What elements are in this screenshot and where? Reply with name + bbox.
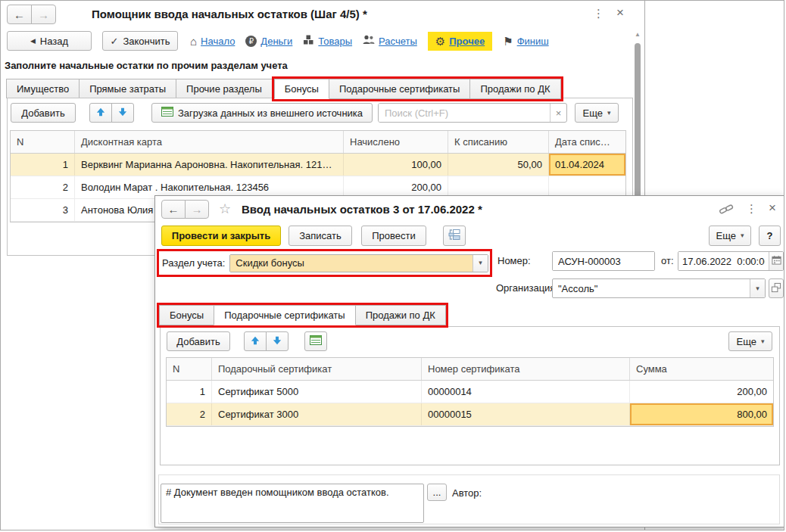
table-import-icon: [161, 106, 173, 120]
col-write-off-date[interactable]: Дата спис…: [549, 131, 625, 153]
register-records-icon: [448, 229, 460, 243]
col-sum[interactable]: Сумма: [630, 358, 773, 380]
cell-n: 3: [11, 199, 75, 221]
more-actions-button[interactable]: Еще ▾: [575, 103, 619, 123]
move-up-button[interactable]: [89, 103, 112, 123]
col-n[interactable]: N: [167, 358, 212, 380]
col-card[interactable]: Дисконтная карта: [75, 131, 344, 153]
move-row-group: [89, 103, 134, 123]
back-button[interactable]: ◀ Назад: [7, 31, 92, 51]
tab-bonuses[interactable]: Бонусы: [274, 79, 329, 99]
add-row-button[interactable]: Добавить: [11, 103, 76, 123]
nav-link-finish[interactable]: Финиш: [517, 36, 549, 47]
history-back-button[interactable]: ←: [161, 200, 186, 219]
back-arrow-icon: ←: [168, 203, 179, 216]
tab-gift-certificates[interactable]: Подарочные сертификаты: [329, 79, 470, 99]
save-button[interactable]: Записать: [289, 226, 352, 246]
cell-certificate: Сертификат 5000: [212, 381, 422, 403]
tab-sales-by-card[interactable]: Продажи по ДК: [469, 79, 560, 99]
cell-n: 1: [167, 381, 212, 403]
nav-item-finish[interactable]: ⚑ Финиш: [503, 36, 548, 47]
section-combobox[interactable]: Скидки бонусы ▾: [229, 254, 488, 272]
table-row[interactable]: 1 Верквинг Марианна Аароновна. Накопител…: [11, 154, 625, 176]
favorite-star-icon[interactable]: ☆: [219, 201, 231, 217]
date-input[interactable]: [678, 252, 769, 270]
nav-item-start[interactable]: ⌂ Начало: [190, 36, 235, 47]
help-label: ?: [767, 230, 773, 241]
comment-expand-button[interactable]: ...: [427, 484, 447, 501]
section-field-label: Раздел учета:: [162, 257, 225, 269]
add-row-button[interactable]: Добавить: [167, 331, 230, 351]
tab-label: Прочие разделы: [186, 83, 262, 95]
help-button[interactable]: ?: [759, 226, 781, 246]
tab-gift-certificates[interactable]: Подарочные сертификаты: [214, 305, 355, 325]
nav-link-money[interactable]: Деньги: [260, 36, 292, 47]
number-field[interactable]: [552, 251, 655, 271]
history-forward-button[interactable]: →: [31, 5, 56, 24]
col-n[interactable]: N: [11, 131, 75, 153]
document-movements-button[interactable]: [443, 226, 466, 246]
tab-sales-by-card[interactable]: Продажи по ДК: [355, 305, 446, 325]
calendar-icon: [772, 255, 781, 267]
organization-value: "Ассоль": [553, 279, 750, 297]
history-forward-button[interactable]: →: [185, 200, 209, 219]
tab-label: Бонусы: [170, 310, 204, 321]
move-down-button[interactable]: [111, 103, 134, 123]
section-dropdown-button[interactable]: ▾: [473, 255, 488, 272]
nav-link-goods[interactable]: Товары: [318, 36, 352, 47]
col-to-write-off[interactable]: К списанию: [448, 131, 549, 153]
load-external-data-button[interactable]: [304, 331, 327, 351]
chevron-down-icon: ▾: [607, 110, 611, 117]
more-icon[interactable]: ⋮: [746, 202, 757, 216]
nav-item-other[interactable]: ⚙ Прочее: [428, 32, 492, 51]
cell-write-off-date-selected[interactable]: 01.04.2024: [549, 154, 625, 176]
organization-combobox[interactable]: "Ассоль" ▾: [552, 278, 766, 298]
forward-arrow-icon: →: [38, 8, 49, 21]
tab-direct-costs[interactable]: Прямые затраты: [79, 79, 176, 98]
more-icon[interactable]: ⋮: [593, 7, 604, 20]
tab-other-sections[interactable]: Прочие разделы: [176, 79, 273, 98]
move-up-button[interactable]: [244, 331, 267, 351]
calendar-button[interactable]: [769, 252, 783, 270]
people-icon: [363, 34, 375, 48]
col-cert-number[interactable]: Номер сертификата: [422, 358, 630, 380]
tab-bonuses[interactable]: Бонусы: [159, 305, 214, 325]
nav-link-settlements[interactable]: Расчеты: [379, 36, 417, 47]
annotation-box-tabs: Бонусы Подарочные сертификаты Продажи по…: [157, 303, 448, 328]
table-row[interactable]: 1 Сертификат 5000 00000014 200,00: [167, 381, 773, 403]
arrow-down-icon: [118, 107, 127, 119]
document-window: ← → ☆ Ввод начальных остатков 3 от 17.06…: [154, 195, 784, 527]
date-field[interactable]: [678, 251, 784, 271]
close-icon[interactable]: ×: [616, 5, 624, 20]
close-icon[interactable]: ×: [769, 201, 776, 216]
cell-sum-selected[interactable]: 800,00: [630, 403, 773, 425]
post-and-close-button[interactable]: Провести и закрыть: [161, 226, 281, 246]
search-clear-icon[interactable]: ×: [550, 104, 566, 122]
annotation-box-tabs: Бонусы Подарочные сертификаты Продажи по…: [272, 76, 563, 101]
more-actions-button[interactable]: Еще ▾: [728, 331, 772, 351]
table-row[interactable]: 2 Сертификат 3000 00000015 800,00: [167, 403, 773, 426]
back-button-label: Назад: [40, 36, 68, 47]
nav-item-money[interactable]: ₽ Деньги: [245, 36, 292, 47]
nav-item-goods[interactable]: Товары: [303, 34, 352, 48]
history-back-button[interactable]: ←: [7, 5, 32, 24]
more-actions-button[interactable]: Еще ▾: [709, 226, 751, 246]
organization-dropdown-button[interactable]: ▾: [750, 279, 765, 297]
col-certificate[interactable]: Подарочный сертификат: [212, 358, 422, 380]
comment-textarea[interactable]: # Документ введен помощником ввода остат…: [161, 484, 424, 523]
col-accrued[interactable]: Начислено: [344, 131, 448, 153]
nav-link-start[interactable]: Начало: [201, 36, 235, 47]
load-external-data-button[interactable]: Загрузка данных из внешнего источника: [151, 103, 373, 123]
search-input[interactable]: [379, 104, 550, 122]
open-organization-button[interactable]: [769, 278, 784, 298]
move-down-button[interactable]: [266, 331, 289, 351]
tab-property[interactable]: Имущество: [6, 79, 80, 98]
post-button[interactable]: Провести: [361, 226, 426, 246]
goods-icon: [303, 34, 314, 48]
finish-wizard-button[interactable]: ✓ Закончить: [102, 31, 178, 51]
number-input[interactable]: [553, 252, 654, 270]
scroll-up-icon[interactable]: ▲: [634, 31, 641, 38]
nav-item-settlements[interactable]: Расчеты: [363, 34, 417, 48]
link-icon[interactable]: [719, 204, 734, 216]
nav-link-other[interactable]: Прочее: [449, 36, 485, 47]
